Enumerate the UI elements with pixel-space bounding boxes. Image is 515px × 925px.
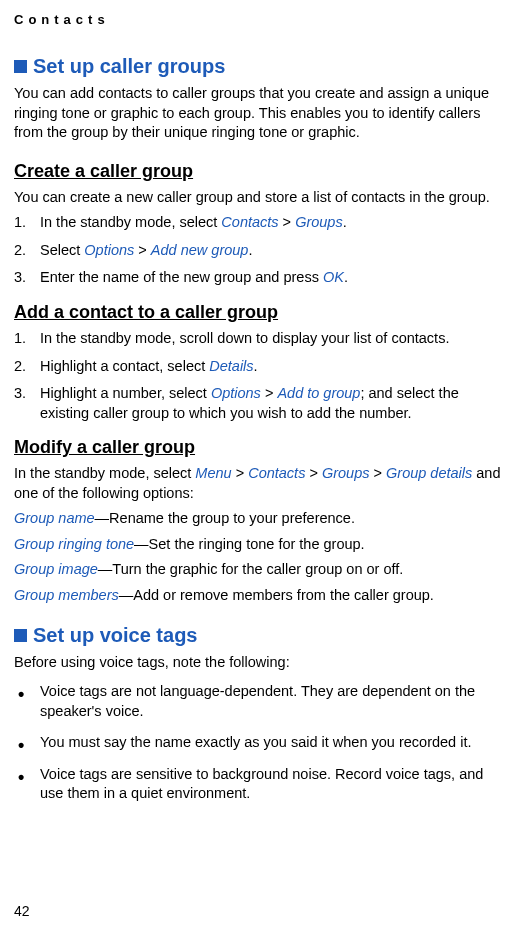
list-item: Select Options > Add new group. [14, 241, 501, 261]
option-group-image: Group image—Turn the graphic for the cal… [14, 560, 501, 580]
ui-link-contacts: Contacts [221, 214, 278, 230]
add-contact-steps: In the standby mode, scroll down to disp… [14, 329, 501, 423]
ui-link-options: Options [84, 242, 134, 258]
section-title: Set up caller groups [33, 55, 225, 78]
voice-tags-intro: Before using voice tags, note the follow… [14, 653, 501, 673]
voice-tags-notes: Voice tags are not language-dependent. T… [14, 682, 501, 804]
list-item: Voice tags are not language-dependent. T… [14, 682, 501, 721]
section-heading-caller-groups: Set up caller groups [14, 55, 501, 78]
ui-link-options: Options [211, 385, 261, 401]
ui-link-ok: OK [323, 269, 344, 285]
list-item: Highlight a contact, select Details. [14, 357, 501, 377]
section-marker-icon [14, 60, 27, 73]
ui-link-groups: Groups [322, 465, 370, 481]
option-group-ringing-tone: Group ringing tone—Set the ringing tone … [14, 535, 501, 555]
ui-link-groups: Groups [295, 214, 343, 230]
ui-link-add-new-group: Add new group [151, 242, 249, 258]
option-group-name: Group name—Rename the group to your pref… [14, 509, 501, 529]
list-item: Enter the name of the new group and pres… [14, 268, 501, 288]
section-intro: You can add contacts to caller groups th… [14, 84, 501, 143]
page-number: 42 [14, 903, 30, 919]
subsection-add-contact: Add a contact to a caller group [14, 302, 501, 323]
section-heading-voice-tags: Set up voice tags [14, 624, 501, 647]
ui-link-add-to-group: Add to group [277, 385, 360, 401]
list-item: You must say the name exactly as you sai… [14, 733, 501, 753]
ui-link-menu: Menu [195, 465, 231, 481]
list-item: Highlight a number, select Options > Add… [14, 384, 501, 423]
section-marker-icon [14, 629, 27, 642]
create-group-steps: In the standby mode, select Contacts > G… [14, 213, 501, 288]
subsection-create-group: Create a caller group [14, 161, 501, 182]
list-item: In the standby mode, select Contacts > G… [14, 213, 501, 233]
section-title: Set up voice tags [33, 624, 198, 647]
option-group-members: Group members—Add or remove members from… [14, 586, 501, 606]
subsection-modify-group: Modify a caller group [14, 437, 501, 458]
ui-link-contacts: Contacts [248, 465, 305, 481]
ui-link-group-details: Group details [386, 465, 472, 481]
modify-intro: In the standby mode, select Menu > Conta… [14, 464, 501, 503]
list-item: In the standby mode, scroll down to disp… [14, 329, 501, 349]
subsection-intro: You can create a new caller group and st… [14, 188, 501, 208]
list-item: Voice tags are sensitive to background n… [14, 765, 501, 804]
ui-link-details: Details [209, 358, 253, 374]
page-header: Contacts [14, 12, 501, 27]
